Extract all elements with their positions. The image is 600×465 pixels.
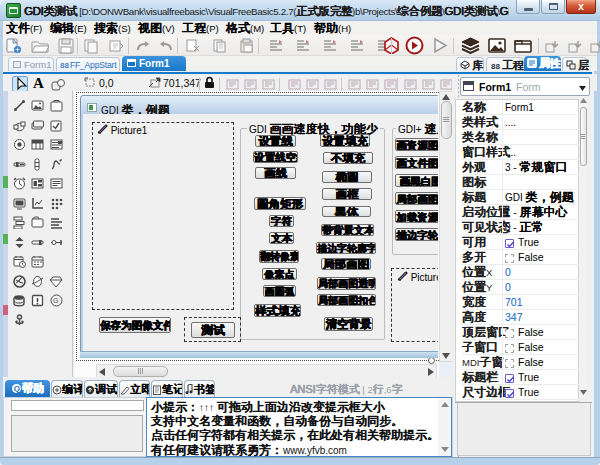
svg-text:G: G bbox=[53, 297, 58, 304]
svg-text:Q: Q bbox=[14, 384, 20, 393]
